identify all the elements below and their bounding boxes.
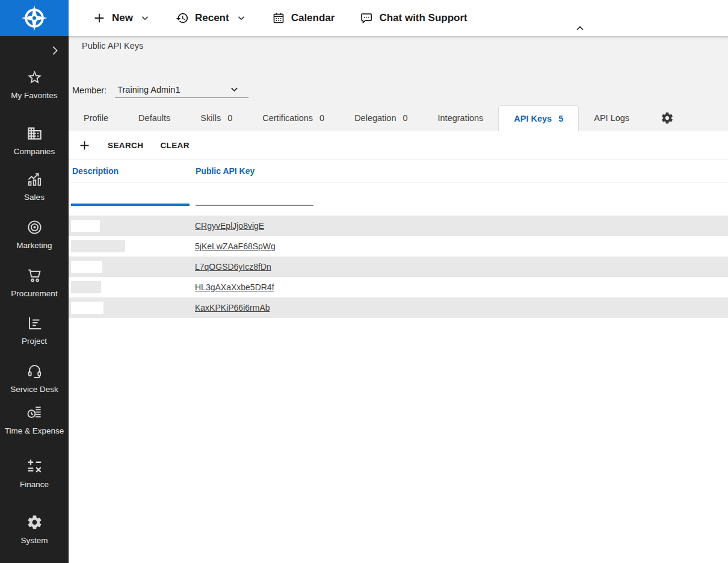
tab-settings-gear-icon[interactable] [661,105,674,131]
plus-icon [93,11,106,25]
topnav-label: New [112,12,133,24]
sidebar-item-label: Marketing [14,240,54,252]
chevron-down-icon [229,84,240,95]
description-redacted [71,240,125,252]
sidebar-item-label: Sales [22,191,47,204]
member-label: Member: [72,86,106,98]
tabs: ProfileDefaultsSkills0Certifications0Del… [69,105,728,131]
column-header-public-api-key[interactable]: Public API Key [196,166,254,176]
table-row: 5jKeLwZAaF68SpWg [69,236,728,257]
tab-label: Integrations [438,113,484,123]
sidebar-item-companies[interactable]: Companies [0,125,69,158]
public-api-key-filter-input[interactable] [196,191,313,206]
public-api-key-link[interactable]: CRgyvEplJjo8vigE [195,221,264,231]
topnav-new[interactable]: New [93,11,150,25]
tab-defaults[interactable]: Defaults [123,105,185,131]
sidebar-item-sales[interactable]: Sales [0,171,69,204]
tab-delegation[interactable]: Delegation0 [339,105,422,131]
sidebar-item-finance[interactable]: Finance [0,458,69,491]
search-button[interactable]: SEARCH [108,141,143,150]
history-icon [176,11,189,25]
sales-chart-icon [26,171,43,187]
add-api-key-button[interactable] [78,139,91,152]
public-api-key-link[interactable]: L7qOGSD6yIcz8fDn [195,262,271,272]
public-api-key-link[interactable]: 5jKeLwZAaF68SpWg [195,241,276,251]
tab-label: Profile [84,113,108,123]
chevron-down-icon [236,13,247,23]
sidebar-item-system[interactable]: System [0,514,69,547]
topnav-label: Recent [195,12,229,24]
headset-icon [26,363,43,379]
description-redacted [71,281,101,293]
table-row: HL3gAXaXxbe5DR4f [69,277,728,297]
page-title: Public API Keys [82,41,143,51]
sidebar-item-label: Finance [17,479,51,491]
sidebar-item-label: My Favorites [8,90,60,102]
sidebar-item-my-favorites[interactable]: My Favorites [0,69,69,102]
header-zone: Public API Keys Member: Training Admin1 … [69,36,728,131]
chevron-right-icon[interactable] [48,44,61,57]
chevron-up-icon[interactable] [573,22,587,34]
tab-profile[interactable]: Profile [69,105,123,131]
sidebar-item-label: Companies [11,146,57,158]
tab-api-keys[interactable]: API Keys5 [498,105,579,131]
description-redacted [71,302,103,314]
tab-count: 5 [558,114,563,123]
filter-row [69,183,728,216]
public-api-key-link[interactable]: HL3gAXaXxbe5DR4f [195,282,274,292]
tab-count: 0 [227,113,232,123]
tab-integrations[interactable]: Integrations [423,105,499,131]
project-icon [26,315,43,331]
gear-icon [26,514,43,530]
sidebar-item-marketing[interactable]: Marketing [0,219,69,252]
cart-icon [26,267,43,284]
target-icon [26,219,43,235]
sidebar-item-service-desk[interactable]: Service Desk [0,363,69,396]
tab-label: API Logs [594,113,629,123]
tab-label: Skills [200,113,221,123]
math-icon [26,458,43,474]
sidebar-item-project[interactable]: Project [0,315,69,347]
sidebar-item-time-expense[interactable]: Time & Expense [0,405,69,437]
tab-certifications[interactable]: Certifications0 [247,105,339,131]
sidebar-item-label: Time & Expense [2,425,67,437]
tab-label: API Keys [514,114,552,123]
sidebar-item-label: System [18,535,50,547]
description-redacted [71,220,100,232]
content: Public API Keys Member: Training Admin1 … [69,36,728,563]
table-header: Description Public API Key [69,160,728,183]
description-filter-input[interactable] [71,191,190,206]
tab-api-logs[interactable]: API Logs [579,105,644,131]
chat-icon [360,11,373,25]
tab-count: 0 [319,113,324,123]
tab-label: Delegation [354,113,396,123]
clock-list-icon [26,405,43,421]
sidebar-item-label: Project [19,335,49,347]
column-header-description[interactable]: Description [72,166,119,176]
public-api-key-link[interactable]: KaxKPKiP66i6rmAb [195,303,270,313]
topnav-label: Chat with Support [379,12,467,24]
tab-count: 0 [403,113,407,123]
table-row: KaxKPKiP66i6rmAb [69,297,728,318]
topnav-calendar[interactable]: Calendar [272,11,335,25]
calendar-icon [272,11,285,25]
topnav-recent[interactable]: Recent [176,11,247,25]
topbar: NewRecentCalendarChat with Support [0,0,728,36]
chevron-down-icon [140,13,150,23]
tab-skills[interactable]: Skills0 [185,105,247,131]
compass-logo-icon [20,4,48,32]
clear-button[interactable]: CLEAR [160,141,190,150]
member-select[interactable]: Training Admin1 [115,81,248,98]
sidebar-item-procurement[interactable]: Procurement [0,267,69,300]
topnav-chat-with-support[interactable]: Chat with Support [360,11,467,25]
star-icon [26,69,43,86]
sidebar-item-label: Service Desk [8,384,61,396]
connectwise-logo[interactable] [0,0,69,36]
tab-label: Certifications [262,113,313,123]
topnav: NewRecentCalendarChat with Support [93,0,467,36]
api-keys-table: CRgyvEplJjo8vigE5jKeLwZAaF68SpWgL7qOGSD6… [69,216,728,318]
topnav-label: Calendar [291,12,335,24]
member-select-value: Training Admin1 [117,85,180,95]
table-row: L7qOGSD6yIcz8fDn [69,257,728,277]
member-row: Member: Training Admin1 [72,81,248,98]
